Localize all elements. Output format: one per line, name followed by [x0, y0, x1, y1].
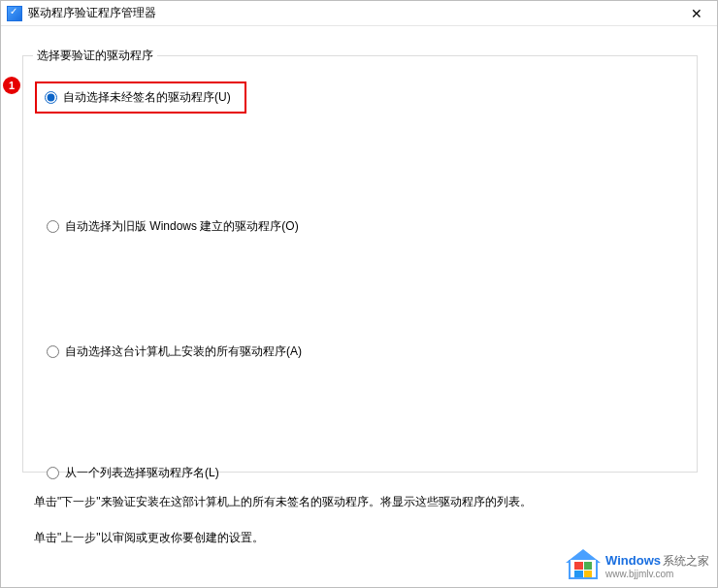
radio-list[interactable]: 从一个列表选择驱动程序名(L) [43, 463, 683, 483]
app-icon [7, 6, 22, 21]
watermark-text: Windows系统之家 www.bjjmlv.com [605, 554, 709, 578]
watermark-logo-icon [567, 550, 600, 583]
watermark-brand: Windows [605, 553, 661, 568]
title-bar: 驱动程序验证程序管理器 ✕ [1, 1, 717, 26]
dialog-content: 选择要验证的驱动程序 自动选择未经签名的驱动程序(U) 自动选择为旧版 Wind… [1, 26, 717, 575]
radio-unsigned-label: 自动选择未经签名的驱动程序(U) [63, 89, 231, 106]
radio-list-input[interactable] [47, 467, 59, 479]
close-button[interactable]: ✕ [682, 4, 711, 23]
step-badge: 1 [3, 77, 20, 94]
radio-all-input[interactable] [47, 345, 59, 358]
radio-unsigned[interactable]: 自动选择未经签名的驱动程序(U) [41, 87, 235, 108]
highlight-box: 自动选择未经签名的驱动程序(U) [35, 82, 246, 114]
driver-select-group: 选择要验证的驱动程序 自动选择未经签名的驱动程序(U) 自动选择为旧版 Wind… [22, 55, 698, 473]
hint-line-1: 单击"下一步"来验证安装在这部计算机上的所有未签名的驱动程序。将显示这些驱动程序… [34, 494, 698, 510]
radio-oldwin-label: 自动选择为旧版 Windows 建立的驱动程序(O) [65, 218, 299, 235]
window-title: 驱动程序验证程序管理器 [28, 5, 682, 21]
hint-line-2: 单击"上一步"以审阅或更改你要创建的设置。 [34, 530, 698, 546]
group-label: 选择要验证的驱动程序 [33, 48, 157, 64]
watermark-url: www.bjjmlv.com [605, 569, 709, 579]
radio-all-label: 自动选择这台计算机上安装的所有驱动程序(A) [65, 343, 302, 360]
radio-unsigned-input[interactable] [45, 91, 57, 104]
hint-text: 单击"下一步"来验证安装在这部计算机上的所有未签名的驱动程序。将显示这些驱动程序… [22, 494, 698, 546]
watermark-brand-cn: 系统之家 [663, 554, 709, 568]
window-frame: 驱动程序验证程序管理器 ✕ 1 选择要验证的驱动程序 自动选择未经签名的驱动程序… [0, 0, 718, 588]
radio-oldwin-input[interactable] [47, 220, 59, 233]
radio-all[interactable]: 自动选择这台计算机上安装的所有驱动程序(A) [43, 342, 683, 362]
radio-oldwin[interactable]: 自动选择为旧版 Windows 建立的驱动程序(O) [43, 216, 683, 237]
radio-list-label: 从一个列表选择驱动程序名(L) [65, 465, 219, 481]
watermark: Windows系统之家 www.bjjmlv.com [567, 550, 709, 583]
